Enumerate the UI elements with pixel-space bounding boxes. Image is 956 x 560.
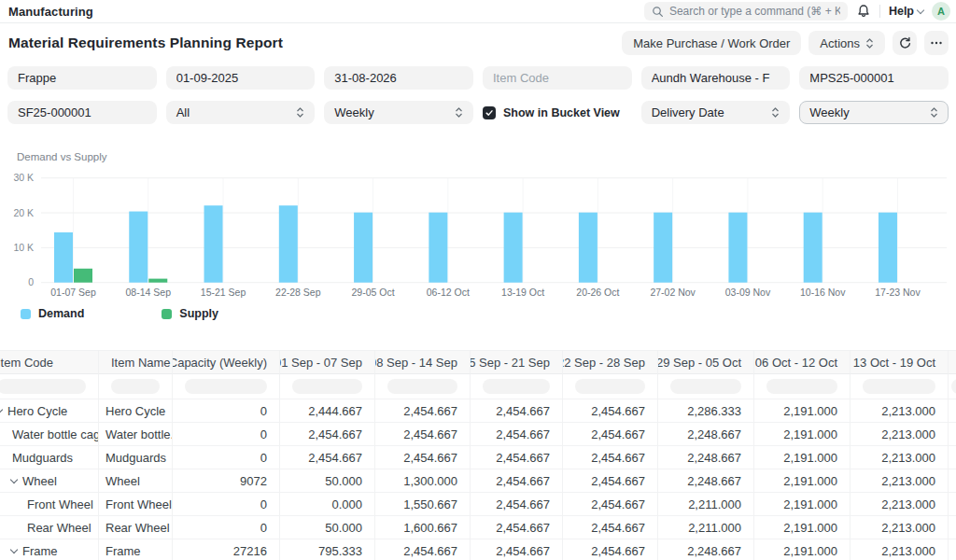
period-value-cell[interactable]: 2,248.667 xyxy=(658,539,754,560)
column-header[interactable]: 29 Sep - 05 Oct xyxy=(658,351,754,374)
column-header[interactable]: 15 Sep - 21 Sep xyxy=(471,351,563,374)
make-purchase-work-order-button[interactable]: Make Purchase / Work Order xyxy=(622,31,801,55)
period-value-cell[interactable]: 2,454.667 xyxy=(563,469,658,493)
actions-button[interactable]: Actions xyxy=(808,31,885,55)
tree-toggle-icon[interactable] xyxy=(0,405,3,413)
company-filter[interactable] xyxy=(7,66,157,90)
period-value-cell[interactable]: 2,454.667 xyxy=(375,446,471,469)
column-filter-input[interactable] xyxy=(575,379,645,394)
column-header[interactable]: 22 Sep - 28 Sep xyxy=(563,351,658,374)
period-value-cell[interactable]: 2,454.667 xyxy=(471,399,563,423)
capacity-cell[interactable]: 0 xyxy=(173,423,280,446)
based-on-select[interactable]: Delivery Date xyxy=(641,101,791,124)
period-value-cell[interactable]: 2,454.667 xyxy=(471,539,563,560)
item-name-cell[interactable]: Mudguards xyxy=(99,446,173,469)
from-date-filter[interactable] xyxy=(166,66,316,90)
period-value-cell[interactable]: 2,191.000 xyxy=(754,516,851,539)
column-header[interactable]: Item Name xyxy=(99,351,173,374)
period-value-cell[interactable]: 1,300.000 xyxy=(375,469,471,493)
period-value-cell[interactable]: 2,454.667 xyxy=(563,516,658,539)
capacity-cell[interactable]: 0 xyxy=(173,399,280,423)
mps-filter[interactable] xyxy=(799,66,949,90)
item-name-cell[interactable]: Rear Wheel xyxy=(99,516,173,539)
period-value-cell[interactable]: 2,454.667 xyxy=(375,423,471,446)
period-value-cell[interactable]: 1,600.667 xyxy=(375,516,471,539)
item-code-cell[interactable]: Mudguards xyxy=(0,446,99,469)
capacity-cell[interactable]: 0 xyxy=(173,446,280,469)
period-value-cell[interactable]: 2,213.000 xyxy=(851,539,949,560)
search-input[interactable] xyxy=(669,5,840,18)
period-value-cell[interactable]: 2,286.333 xyxy=(658,399,754,423)
menu-button[interactable] xyxy=(924,31,949,55)
bucket-view-label[interactable]: Show in Bucket View xyxy=(503,106,620,119)
tree-toggle-icon[interactable] xyxy=(10,545,18,553)
column-filter-input[interactable] xyxy=(766,379,837,394)
item-code-cell[interactable]: Rear Wheel xyxy=(0,516,99,539)
period-value-cell[interactable]: 2,213.000 xyxy=(851,516,949,539)
column-header[interactable]: Capacity (Weekly) xyxy=(173,351,280,374)
help-menu[interactable]: Help xyxy=(889,5,923,18)
period-value-cell[interactable]: 2,454.667 xyxy=(375,399,471,423)
period-value-cell[interactable]: 795.333 xyxy=(280,539,375,560)
column-filter-input[interactable] xyxy=(387,379,457,394)
period-value-cell[interactable]: 2,454.667 xyxy=(563,423,658,446)
tree-toggle-icon[interactable] xyxy=(10,475,18,483)
period-value-cell[interactable]: 2,191.000 xyxy=(754,399,851,423)
column-filter-input[interactable] xyxy=(0,379,86,394)
period-value-cell[interactable]: 2,211.000 xyxy=(658,516,754,539)
period-value-cell[interactable]: 2,454.667 xyxy=(375,539,471,560)
period-value-cell[interactable]: 0.000 xyxy=(280,493,375,516)
period-value-cell[interactable]: 2,213.000 xyxy=(851,399,949,423)
period-value-cell[interactable]: 2,248.667 xyxy=(658,469,754,493)
period-value-cell[interactable]: 2,454.667 xyxy=(280,446,375,469)
column-header[interactable]: 08 Sep - 14 Sep xyxy=(375,351,471,374)
column-filter-input[interactable] xyxy=(292,379,362,394)
capacity-cell[interactable]: 27216 xyxy=(173,539,280,560)
period-value-cell[interactable]: 2,191.000 xyxy=(754,446,851,469)
refresh-button[interactable] xyxy=(893,31,917,55)
period-value-cell[interactable]: 2,454.667 xyxy=(563,446,658,469)
period-value-cell[interactable]: 2,454.667 xyxy=(563,399,658,423)
column-filter-input[interactable] xyxy=(863,379,935,394)
interval-select[interactable]: Weekly xyxy=(799,101,949,124)
period-value-cell[interactable]: 2,213.000 xyxy=(851,469,949,493)
capacity-cell[interactable]: 9072 xyxy=(173,469,280,493)
period-value-cell[interactable]: 2,191.000 xyxy=(754,469,851,493)
item-name-cell[interactable]: Wheel xyxy=(99,469,173,493)
item-code-cell[interactable]: Front Wheel xyxy=(0,493,99,516)
item-code-cell[interactable]: Frame xyxy=(0,539,99,560)
item-name-cell[interactable]: Water bottle... xyxy=(99,423,173,446)
bucket-view-checkbox[interactable] xyxy=(483,106,496,119)
item-name-cell[interactable]: Frame xyxy=(99,539,173,560)
period-value-cell[interactable]: 2,213.000 xyxy=(851,493,949,516)
global-search[interactable] xyxy=(644,2,848,21)
period-value-cell[interactable]: 2,191.000 xyxy=(754,493,851,516)
period-value-cell[interactable]: 2,191.000 xyxy=(754,539,851,560)
notifications-button[interactable] xyxy=(856,4,871,19)
period-value-cell[interactable]: 2,248.667 xyxy=(658,423,754,446)
item-name-cell[interactable]: Hero Cycle xyxy=(99,399,173,423)
period-value-cell[interactable]: 2,444.667 xyxy=(280,399,375,423)
column-filter-input[interactable] xyxy=(111,379,160,394)
sales-forecast-filter[interactable] xyxy=(7,101,157,124)
period-value-cell[interactable]: 2,213.000 xyxy=(851,423,949,446)
item-code-filter[interactable] xyxy=(483,66,632,90)
app-name[interactable]: Manufacturing xyxy=(8,5,93,19)
period-value-cell[interactable]: 2,454.667 xyxy=(563,539,658,560)
period-value-cell[interactable]: 2,454.667 xyxy=(471,469,563,493)
column-filter-input[interactable] xyxy=(185,379,267,394)
column-filter-input[interactable] xyxy=(670,379,741,394)
capacity-cell[interactable]: 0 xyxy=(173,493,280,516)
capacity-cell[interactable]: 0 xyxy=(173,516,280,539)
period-value-cell[interactable]: 2,454.667 xyxy=(471,423,563,446)
period-value-cell[interactable]: 1,550.667 xyxy=(375,493,471,516)
to-date-filter[interactable] xyxy=(324,66,473,90)
column-filter-input[interactable] xyxy=(951,379,956,394)
sub-assembly-select[interactable]: All xyxy=(166,101,316,124)
period-value-cell[interactable]: 2,248.667 xyxy=(658,446,754,469)
warehouse-filter[interactable] xyxy=(641,66,791,90)
avatar[interactable]: A xyxy=(932,2,950,21)
item-code-cell[interactable]: Hero Cycle xyxy=(0,399,99,423)
period-value-cell[interactable]: 2,191.000 xyxy=(754,423,851,446)
period-value-cell[interactable]: 50.000 xyxy=(280,469,375,493)
